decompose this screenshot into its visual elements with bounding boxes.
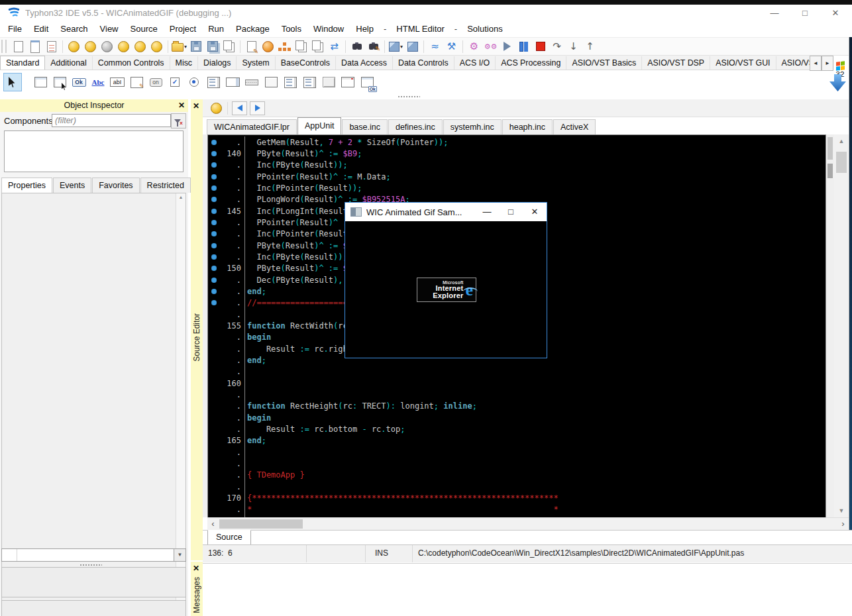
vertical-scrollbar[interactable]: ▲ ▼ (834, 134, 849, 517)
palette-tab-dialogs[interactable]: Dialogs (198, 56, 237, 70)
source-editor-close-icon[interactable]: ✕ (193, 101, 199, 111)
menu-item-view[interactable]: View (94, 21, 125, 37)
wic-maximize-button[interactable]: □ (499, 203, 523, 221)
messages-panel[interactable] (203, 563, 852, 616)
gutter-cell[interactable]: . (208, 229, 245, 240)
menu-item-window[interactable]: Window (307, 21, 350, 37)
inspector-tab-favorites[interactable]: Favorites (92, 178, 139, 193)
code-line[interactable]: . (208, 446, 825, 458)
gutter-cell[interactable]: 155 (208, 320, 245, 331)
editor-tab-wicanimatedgif-lpr[interactable]: WICAnimatedGIF.lpr (207, 119, 297, 134)
view-units-icon[interactable] (293, 39, 309, 54)
palette-tab-acs-i-o[interactable]: ACS I/O (454, 56, 496, 70)
code-line[interactable]: 170{************************************… (208, 492, 825, 503)
code-line[interactable]: . PPointer(Result)^ := M.Data; (208, 171, 825, 182)
code-line[interactable]: 140 PByte(Result)^ := $B9; (208, 148, 825, 159)
menu-item-file[interactable]: File (2, 21, 28, 37)
component-tlabel-icon[interactable]: Abc (89, 74, 107, 91)
menu-item-help[interactable]: Help (350, 21, 380, 37)
save-project-icon[interactable] (83, 39, 98, 54)
package-graph-icon[interactable] (405, 39, 420, 54)
filter-funnel-button[interactable]: x (171, 113, 186, 128)
editor-tab-appunit[interactable]: AppUnit (297, 117, 341, 134)
gutter-cell[interactable]: . (208, 354, 245, 366)
component-tscrollbar-icon[interactable] (243, 74, 260, 91)
code-line[interactable]: . (208, 366, 825, 378)
component-tcheckgroup-icon[interactable] (301, 74, 318, 91)
scroll-up-icon[interactable]: ▲ (176, 195, 186, 199)
project-tree-icon[interactable] (277, 39, 292, 54)
component-tpanel-icon[interactable] (320, 74, 337, 91)
code-line[interactable]: . (208, 458, 825, 469)
palette-tab-asio-vst-dsp[interactable]: ASIO/VST DSP (642, 56, 710, 70)
menu-item-source[interactable]: Source (125, 21, 164, 37)
pause-icon[interactable] (516, 39, 531, 54)
palette-tab-misc[interactable]: Misc (170, 56, 198, 70)
run-icon[interactable] (500, 39, 515, 54)
gutter-cell[interactable]: . (208, 401, 245, 412)
scroll-down-icon[interactable]: ▼ (834, 507, 849, 514)
view-forms-icon[interactable] (310, 39, 325, 54)
editor-tab-activex[interactable]: ActiveX (553, 119, 596, 134)
menu-item-edit[interactable]: Edit (28, 21, 54, 37)
component-tactionlist-icon[interactable]: Ok (358, 74, 376, 91)
gutter-cell[interactable]: . (208, 412, 245, 423)
code-line[interactable]: .begin (208, 412, 825, 423)
minimize-button[interactable]: — (761, 5, 788, 21)
palette-tab-asio-vst-gui[interactable]: ASIO/VST GUI (710, 56, 776, 70)
palette-scroll-left-button[interactable]: ◄ (810, 56, 822, 71)
palette-tab-data-access[interactable]: Data Access (336, 56, 393, 70)
restore-project-icon[interactable] (116, 39, 131, 54)
save-file-icon[interactable] (188, 39, 203, 54)
project-inspector-icon[interactable] (133, 39, 148, 54)
component-tradiogroup-icon[interactable] (282, 74, 299, 91)
menu-item-run[interactable]: Run (202, 21, 230, 37)
component-tlistbox-icon[interactable] (205, 74, 222, 91)
gutter-cell[interactable]: 165 (208, 435, 245, 446)
property-value-editor[interactable]: ▼ (1, 548, 186, 562)
gutter-cell[interactable]: . (208, 504, 245, 515)
step-over-icon[interactable]: ↷ (549, 39, 564, 54)
gutter-cell[interactable]: . (208, 470, 245, 481)
gutter-cell[interactable]: . (208, 285, 245, 297)
code-line[interactable]: . Inc(PPointer(Result)); (208, 182, 825, 193)
palette-tab-data-controls[interactable]: Data Controls (393, 56, 454, 70)
wic-titlebar[interactable]: WIC Animated Gif Sam... — □ ✕ (345, 203, 547, 221)
new-unit-icon[interactable] (11, 39, 26, 54)
component-tedit-icon[interactable]: abI (109, 74, 126, 91)
code-line[interactable]: 165end; (208, 435, 825, 446)
open-project-icon[interactable] (66, 39, 81, 54)
horizontal-scrollbar[interactable]: ‹ › (207, 517, 849, 530)
step-out-icon[interactable]: ↑ (582, 39, 598, 54)
code-line[interactable]: .{ TDemoApp } (208, 470, 825, 481)
palette-tab-asio-vst-basics[interactable]: ASIO/VST Basics (566, 56, 642, 70)
water-sources-icon[interactable]: ≈ (427, 39, 443, 54)
save-all-icon[interactable] (205, 39, 220, 54)
object-inspector-close-icon[interactable]: ✕ (178, 100, 185, 111)
palette-tab-basecontrols[interactable]: BaseControls (276, 56, 336, 70)
scroll-right-icon[interactable]: › (837, 518, 849, 530)
install-package-icon[interactable]: ▾ (388, 39, 403, 54)
gutter-cell[interactable]: . (208, 446, 245, 458)
component-tgroupbox-icon[interactable] (262, 74, 280, 91)
find-in-project-icon[interactable] (260, 39, 276, 54)
scrollbar-thumb[interactable] (219, 519, 303, 529)
toolbar-grip[interactable] (1, 40, 7, 53)
splitter-handle[interactable] (398, 95, 420, 98)
editor-overview-strip[interactable] (825, 134, 834, 517)
components-filter-input[interactable] (52, 114, 171, 127)
toggle-form-unit-icon[interactable]: ⇄ (327, 39, 342, 54)
gutter-cell[interactable]: . (208, 182, 245, 193)
component-tmemo-icon[interactable] (128, 74, 145, 91)
component-ttogglebox-icon[interactable]: on (147, 74, 164, 91)
menu-item-search[interactable]: Search (54, 21, 93, 37)
gutter-cell[interactable]: . (208, 423, 245, 435)
gutter-cell[interactable]: . (208, 194, 245, 205)
open-file-icon[interactable]: ▾ (172, 39, 187, 54)
palette-tab-system[interactable]: System (237, 56, 275, 70)
gutter-cell[interactable]: . (208, 458, 245, 469)
component-tcheckbox-icon[interactable]: ✓ (166, 74, 184, 91)
gutter-cell[interactable]: 160 (208, 378, 245, 389)
edit-source-icon[interactable]: ✎ (244, 39, 259, 54)
code-line[interactable]: . GetMem(Result, 7 + 2 * SizeOf(Pointer)… (208, 136, 825, 148)
